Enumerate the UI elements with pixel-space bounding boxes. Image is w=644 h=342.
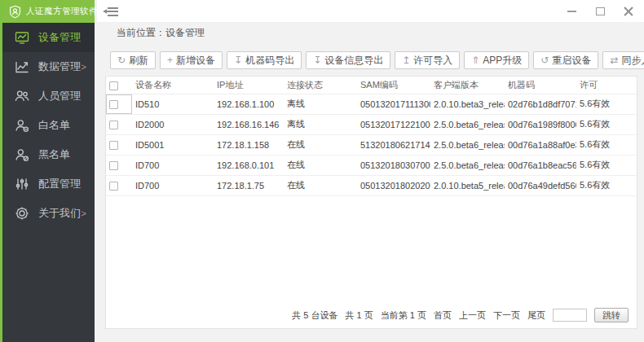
sidebar: 人证魔方管理软件 设备管理数据管理>人员管理白名单黑名单配置管理关于我们> bbox=[0, 0, 95, 342]
last-page-link[interactable]: 尾页 bbox=[527, 309, 545, 322]
cell-status: 在线 bbox=[284, 155, 357, 175]
sidebar-item-2[interactable]: 人员管理 bbox=[2, 81, 95, 111]
cell-status: 离线 bbox=[284, 114, 357, 134]
prev-page-link[interactable]: 上一页 bbox=[459, 309, 486, 322]
export-icon: ↧ bbox=[234, 55, 242, 65]
first-page-link[interactable]: 首页 bbox=[434, 309, 452, 322]
sidebar-item-label: 配置管理 bbox=[38, 177, 81, 191]
sliders-icon bbox=[14, 176, 30, 192]
sidebar-item-3[interactable]: 白名单 bbox=[2, 111, 95, 140]
device-table: 设备名称IP地址连接状态SAM编码客户端版本机器码许可 ID510192.168… bbox=[106, 77, 639, 196]
export-icon: ↧ bbox=[313, 55, 321, 65]
row-checkbox[interactable] bbox=[109, 100, 118, 109]
sidebar-item-6[interactable]: 关于我们> bbox=[2, 199, 95, 228]
maximize-icon[interactable] bbox=[595, 6, 606, 16]
row-checkbox[interactable] bbox=[109, 121, 118, 129]
person-whitelist-icon bbox=[14, 117, 30, 134]
toolbar-button-label: APP升级 bbox=[483, 54, 522, 68]
cell-version: 2.5.0.beta6_release bbox=[430, 114, 505, 134]
data-chart-icon bbox=[14, 59, 30, 75]
table-row: ID2000192.168.16.146离线0513201712210000..… bbox=[106, 114, 639, 134]
cell-ip: 172.18.1.158 bbox=[214, 134, 284, 155]
people-icon bbox=[14, 88, 30, 104]
cell-machine: 00d76a1a88af0e3b... bbox=[505, 134, 576, 155]
table-row: ID510192.168.1.100离线0501320171113000...2… bbox=[106, 94, 639, 114]
sidebar-item-0[interactable]: 设备管理 bbox=[2, 23, 95, 52]
select-all-checkbox[interactable] bbox=[109, 81, 118, 90]
cell-name: ID2000 bbox=[132, 114, 214, 134]
toolbar-button-1[interactable]: +新增设备 bbox=[160, 51, 223, 69]
cell-version: 2.0.10.beta5_release bbox=[430, 175, 505, 195]
collapse-sidebar-icon[interactable] bbox=[104, 5, 118, 17]
toolbar-button-label: 新增设备 bbox=[176, 54, 215, 68]
page-jump-input[interactable] bbox=[553, 309, 587, 322]
toolbar-button-6[interactable]: ↺重启设备 bbox=[533, 51, 598, 69]
import-icon: ↥ bbox=[402, 55, 410, 65]
column-header-4: 客户端版本 bbox=[430, 77, 505, 94]
next-page-link[interactable]: 下一页 bbox=[493, 309, 520, 322]
column-header-1: IP地址 bbox=[214, 77, 284, 94]
row-checkbox[interactable] bbox=[109, 141, 118, 150]
cell-version: 2.5.0.beta6_release bbox=[430, 155, 505, 175]
plus-icon: + bbox=[167, 55, 173, 65]
toolbar-button-label: 刷新 bbox=[129, 54, 148, 68]
row-checkbox[interactable] bbox=[109, 182, 118, 191]
table-row: ID5001172.18.1.158在线5132018062171475...2… bbox=[106, 134, 639, 155]
chevron-right-icon: > bbox=[82, 62, 86, 72]
cell-license: 5.6有效 bbox=[576, 114, 639, 134]
cell-machine: 00d76a49defd566f1... bbox=[505, 175, 576, 195]
cell-version: 2.0.10.beta3_release bbox=[430, 94, 505, 114]
cell-version: 2.5.0.beta6_release bbox=[430, 134, 505, 155]
restart-icon: ↺ bbox=[540, 55, 549, 65]
minimize-icon[interactable] bbox=[567, 6, 577, 16]
cell-name: ID700 bbox=[132, 175, 214, 195]
cell-sam: 0513201712210000... bbox=[357, 114, 430, 134]
toolbar-button-label: 许可导入 bbox=[413, 54, 452, 68]
table-row: ID700172.18.1.75在线0501320180202000...2.0… bbox=[106, 175, 639, 195]
app-logo-shield-icon bbox=[8, 5, 22, 19]
cell-status: 在线 bbox=[284, 134, 357, 155]
current-page-text: 当前第 1 页 bbox=[381, 309, 426, 322]
toolbar-button-7[interactable]: ⇄同步人员 bbox=[602, 51, 644, 69]
toolbar-button-3[interactable]: ↧设备信息导出 bbox=[306, 51, 390, 69]
cell-name: ID700 bbox=[132, 155, 214, 175]
cell-license: 5.6有效 bbox=[576, 134, 639, 155]
cell-ip: 192.168.0.101 bbox=[214, 155, 284, 175]
app-title: 人证魔方管理软件 bbox=[26, 6, 98, 17]
device-monitor-icon bbox=[14, 29, 30, 46]
toolbar-button-label: 设备信息导出 bbox=[324, 54, 383, 68]
app-header: 人证魔方管理软件 bbox=[2, 0, 95, 23]
cell-sam: 0513201803070000... bbox=[357, 155, 430, 175]
cell-license: 5.6有效 bbox=[576, 175, 639, 195]
close-icon[interactable] bbox=[624, 6, 634, 16]
toolbar-button-0[interactable]: ↻刷新 bbox=[110, 51, 156, 69]
sidebar-item-1[interactable]: 数据管理> bbox=[2, 52, 95, 81]
sidebar-item-label: 人员管理 bbox=[38, 89, 81, 103]
upgrade-icon: ⇑ bbox=[471, 55, 479, 65]
column-header-5: 机器码 bbox=[505, 77, 576, 94]
column-header-2: 连接状态 bbox=[284, 77, 357, 94]
sidebar-item-label: 关于我们 bbox=[38, 206, 81, 221]
sidebar-item-label: 数据管理 bbox=[38, 59, 81, 74]
toolbar-button-label: 同步人员 bbox=[621, 54, 644, 68]
toolbar-button-5[interactable]: ⇑APP升级 bbox=[464, 51, 529, 69]
toolbar-button-label: 机器码导出 bbox=[245, 54, 294, 68]
chevron-right-icon: > bbox=[82, 208, 86, 218]
total-devices-text: 共 5 台设备 bbox=[292, 309, 337, 322]
cell-status: 在线 bbox=[284, 175, 357, 195]
toolbar-button-4[interactable]: ↥许可导入 bbox=[395, 51, 460, 69]
column-header-3: SAM编码 bbox=[357, 77, 430, 94]
sidebar-item-label: 设备管理 bbox=[38, 30, 81, 45]
jump-button[interactable]: 跳转 bbox=[594, 308, 629, 322]
table-row: ID700192.168.0.101在线0513201803070000...2… bbox=[106, 155, 639, 175]
sidebar-item-5[interactable]: 配置管理 bbox=[2, 169, 95, 199]
total-pages-text: 共 1 页 bbox=[346, 309, 373, 322]
toolbar-button-2[interactable]: ↧机器码导出 bbox=[227, 51, 302, 69]
row-checkbox[interactable] bbox=[109, 161, 118, 170]
cell-machine: 00d76a1989f8006e4... bbox=[505, 114, 576, 134]
sidebar-item-4[interactable]: 黑名单 bbox=[2, 140, 95, 169]
cell-status: 离线 bbox=[284, 94, 357, 114]
cell-ip: 192.168.1.100 bbox=[214, 94, 284, 114]
cell-ip: 192.168.16.146 bbox=[214, 114, 284, 134]
cell-name: ID510 bbox=[132, 94, 214, 114]
